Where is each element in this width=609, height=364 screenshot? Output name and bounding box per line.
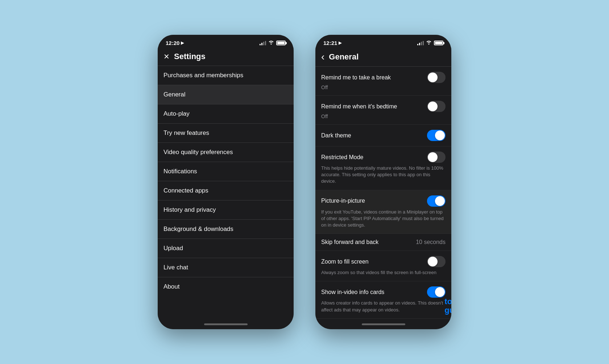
settings-list: Purchases and memberships General Auto-p… bbox=[158, 66, 294, 319]
setting-dark-theme: Dark theme bbox=[315, 125, 451, 146]
setting-skip-row: Skip forward and back 10 seconds bbox=[321, 239, 446, 245]
skip-label: Skip forward and back bbox=[321, 239, 378, 245]
setting-pip: Picture-in-picture If you exit YouTube, … bbox=[315, 190, 451, 234]
right-signal-bar-2 bbox=[419, 43, 420, 45]
remind-break-knob bbox=[428, 73, 438, 82]
home-indicator bbox=[158, 319, 294, 329]
wifi-icon bbox=[268, 40, 274, 46]
setting-remind-bedtime: Remind me when it's bedtime Off bbox=[315, 96, 451, 125]
setting-restricted-mode: Restricted Mode This helps hide potentia… bbox=[315, 146, 451, 190]
pip-toggle[interactable] bbox=[427, 195, 446, 207]
restricted-mode-knob bbox=[428, 152, 438, 162]
setting-remind-break: Remind me to take a break Off bbox=[315, 67, 451, 96]
dark-theme-knob bbox=[435, 131, 445, 140]
dark-theme-label: Dark theme bbox=[321, 132, 351, 139]
skip-value: 10 seconds bbox=[416, 239, 446, 245]
pip-knob bbox=[435, 196, 445, 206]
menu-item-connected-apps[interactable]: Connected apps bbox=[158, 181, 294, 200]
close-icon[interactable]: ✕ bbox=[163, 52, 170, 61]
remind-bedtime-label: Remind me when it's bedtime bbox=[321, 103, 397, 110]
right-home-indicator bbox=[315, 319, 451, 329]
menu-item-live-chat[interactable]: Live chat bbox=[158, 258, 294, 277]
right-battery-fill bbox=[435, 42, 442, 44]
zoom-desc: Always zoom so that videos fill the scre… bbox=[321, 269, 446, 276]
right-signal-bar-1 bbox=[417, 44, 418, 45]
right-wifi-icon bbox=[426, 40, 432, 46]
right-status-bar: 12:21 ▶ bbox=[315, 35, 451, 49]
back-button[interactable]: ‹ bbox=[321, 52, 324, 62]
menu-item-history-privacy[interactable]: History and privacy bbox=[158, 200, 294, 219]
general-header: ‹ General bbox=[315, 49, 451, 66]
right-signal-bar-4 bbox=[423, 41, 424, 45]
remind-bedtime-sublabel: Off bbox=[321, 113, 446, 119]
settings-header: ✕ Settings bbox=[158, 49, 294, 66]
restricted-mode-desc: This helps hide potentially mature video… bbox=[321, 165, 446, 185]
signal-bar-2 bbox=[261, 43, 262, 45]
general-title: General bbox=[329, 52, 359, 62]
setting-remind-bedtime-row: Remind me when it's bedtime bbox=[321, 101, 446, 112]
signal-icon bbox=[260, 41, 266, 45]
remind-bedtime-toggle[interactable] bbox=[427, 101, 446, 112]
right-signal-bar-3 bbox=[421, 42, 422, 45]
settings-title: Settings bbox=[174, 52, 206, 61]
menu-item-notifications[interactable]: Notifications bbox=[158, 162, 294, 181]
info-cards-desc: Allows creator info cards to appear on v… bbox=[321, 300, 446, 313]
right-home-bar bbox=[362, 323, 405, 325]
info-cards-knob bbox=[435, 287, 445, 297]
left-status-bar: 12:20 ▶ bbox=[158, 35, 294, 49]
zoom-label: Zoom to fill screen bbox=[321, 258, 369, 265]
menu-item-purchases[interactable]: Purchases and memberships bbox=[158, 66, 294, 85]
info-cards-toggle[interactable] bbox=[427, 286, 446, 298]
menu-item-about[interactable]: About bbox=[158, 277, 294, 296]
right-status-icons bbox=[417, 40, 443, 46]
menu-item-background[interactable]: Background & downloads bbox=[158, 220, 294, 239]
right-phone: 12:21 ▶ ‹ General bbox=[315, 35, 451, 329]
setting-zoom-row: Zoom to fill screen bbox=[321, 256, 446, 267]
menu-item-upload[interactable]: Upload bbox=[158, 239, 294, 258]
dark-theme-toggle[interactable] bbox=[427, 130, 446, 141]
left-time: 12:20 ▶ bbox=[166, 40, 184, 46]
setting-info-cards: Show in-video info cards Allows creator … bbox=[315, 281, 451, 318]
setting-zoom: Zoom to fill screen Always zoom so that … bbox=[315, 251, 451, 281]
left-status-icons bbox=[260, 40, 286, 46]
menu-item-try-features[interactable]: Try new features bbox=[158, 124, 294, 142]
battery-fill bbox=[277, 42, 285, 44]
setting-info-cards-row: Show in-video info cards bbox=[321, 286, 446, 298]
remind-break-toggle[interactable] bbox=[427, 72, 446, 83]
remind-break-label: Remind me to take a break bbox=[321, 74, 391, 81]
setting-skip[interactable]: Skip forward and back 10 seconds bbox=[315, 234, 451, 251]
setting-restricted-mode-row: Restricted Mode bbox=[321, 152, 446, 163]
right-signal-icon bbox=[417, 41, 424, 45]
signal-bar-4 bbox=[265, 41, 266, 45]
home-bar bbox=[204, 323, 248, 325]
restricted-mode-label: Restricted Mode bbox=[321, 154, 364, 161]
signal-bar-3 bbox=[263, 42, 264, 45]
right-battery-icon bbox=[434, 41, 443, 45]
setting-remind-break-row: Remind me to take a break bbox=[321, 72, 446, 83]
signal-bar-1 bbox=[260, 44, 261, 45]
zoom-toggle[interactable] bbox=[427, 256, 446, 267]
location-icon: ▶ bbox=[181, 41, 184, 45]
remind-break-sublabel: Off bbox=[321, 84, 446, 90]
menu-item-video-quality[interactable]: Video quality preferences bbox=[158, 143, 294, 162]
restricted-mode-toggle[interactable] bbox=[427, 152, 446, 163]
right-location-icon: ▶ bbox=[339, 41, 341, 45]
setting-pip-row: Picture-in-picture bbox=[321, 195, 446, 207]
setting-dark-theme-row: Dark theme bbox=[321, 130, 446, 141]
zoom-knob bbox=[428, 257, 438, 266]
right-time: 12:21 ▶ bbox=[323, 40, 341, 46]
info-cards-label: Show in-video info cards bbox=[321, 289, 384, 295]
left-phone: 12:20 ▶ ✕ Settings Pu bbox=[158, 35, 294, 329]
pip-label: Picture-in-picture bbox=[321, 198, 365, 204]
pip-desc: If you exit YouTube, videos continue in … bbox=[321, 209, 446, 229]
menu-item-autoplay[interactable]: Auto-play bbox=[158, 104, 294, 123]
battery-icon bbox=[276, 41, 286, 45]
time-text: 12:20 bbox=[166, 40, 179, 46]
menu-item-general[interactable]: General bbox=[158, 85, 294, 104]
remind-bedtime-knob bbox=[428, 102, 438, 111]
general-settings-list: Remind me to take a break Off Remind me … bbox=[315, 67, 451, 319]
right-time-text: 12:21 bbox=[323, 40, 337, 46]
